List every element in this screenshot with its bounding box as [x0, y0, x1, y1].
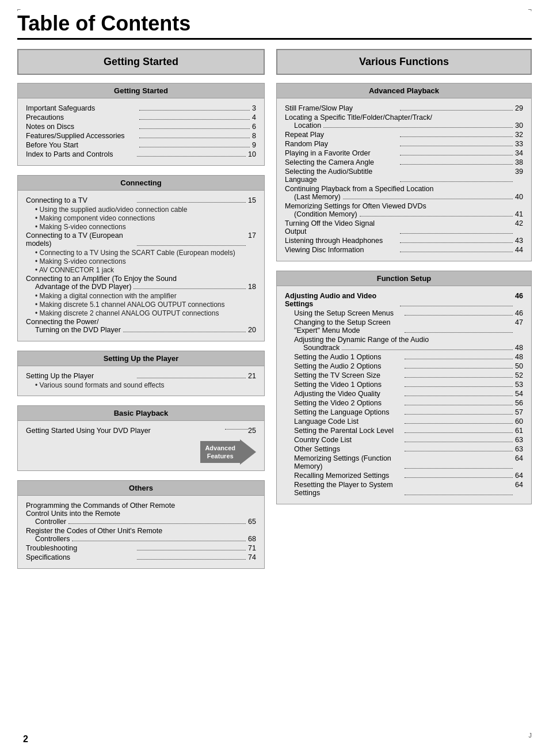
toc-sub-entry: Making discrete 5.1 channel ANALOG OUTPU… [26, 301, 256, 309]
toc-entry: Memorizing Settings (Function Memory)64 [285, 454, 523, 470]
toc-entry: Selecting the Camera Angle38 [285, 158, 523, 166]
toc-entry: Connecting to an Amplifier (To Enjoy the… [26, 275, 256, 291]
section-getting-started-content: Important Safeguards3 Precautions4 Notes… [18, 98, 264, 165]
section-function-setup-content: Adjusting Audio and Video Settings46 Usi… [277, 286, 531, 504]
advanced-features-arrow: AdvancedFeatures [26, 439, 256, 465]
section-advanced-playback: Advanced Playback Still Frame/Slow Play2… [276, 83, 532, 261]
corner-tl: ⌐ [17, 6, 21, 13]
toc-entry: Setting the TV Screen Size52 [285, 371, 523, 379]
corner-tr: ¬ [528, 6, 532, 13]
section-setting-up: Setting Up the Player Setting Up the Pla… [17, 351, 265, 396]
toc-entry: Viewing Disc Information44 [285, 246, 523, 254]
toc-entry: Setting the Language Options57 [285, 408, 523, 416]
toc-entry: Recalling Memorized Settings64 [285, 472, 523, 480]
toc-entry: Getting Started Using Your DVD Player [26, 427, 223, 435]
toc-entry: Setting the Parental Lock Level61 [285, 427, 523, 435]
toc-entry: Memorizing Settings for Often Viewed DVD… [285, 202, 523, 218]
toc-entry: Using the Setup Screen Menus46 [285, 309, 523, 317]
toc-sub-entry: AV CONNECTOR 1 jack [26, 266, 256, 274]
toc-entry: Before You Start9 [26, 141, 256, 149]
toc-entry: Features/Supplied Accessories8 [26, 132, 256, 140]
right-big-header: Various Functions [276, 49, 532, 75]
toc-entry: Specifications74 [26, 553, 256, 561]
section-function-setup-header: Function Setup [277, 271, 531, 286]
toc-entry: Index to Parts and Controls10 [26, 150, 256, 158]
section-others-header: Others [18, 481, 264, 496]
left-column: Getting Started Getting Started Importan… [17, 49, 265, 578]
toc-sub-entry: Connecting to a TV Using the SCART Cable… [26, 249, 256, 257]
toc-entry: Important Safeguards3 [26, 104, 256, 112]
toc-sub-entry: Using the supplied audio/video connectio… [26, 206, 256, 214]
left-big-header: Getting Started [17, 49, 265, 75]
toc-entry: Turning Off the Video Signal Output42 [285, 219, 523, 235]
toc-entry: Setting the Audio 1 Options48 [285, 353, 523, 361]
section-function-setup: Function Setup Adjusting Audio and Video… [276, 271, 532, 504]
section-setting-up-header: Setting Up the Player [18, 351, 264, 366]
toc-entry: Troubleshooting71 [26, 544, 256, 552]
toc-entry: Adjusting Audio and Video Settings46 [285, 292, 523, 308]
toc-entry: Locating a Specific Title/Folder/Chapter… [285, 113, 523, 130]
toc-entry: Setting the Video 2 Options56 [285, 399, 523, 407]
section-advanced-playback-content: Still Frame/Slow Play29 Locating a Speci… [277, 98, 531, 261]
section-others-content: Programming the Commands of Other Remote… [18, 496, 264, 568]
toc-entry: Still Frame/Slow Play29 [285, 104, 523, 112]
toc-entry: Repeat Play32 [285, 131, 523, 139]
toc-entry: Connecting to a TV (European models)17 [26, 231, 256, 248]
toc-entry: Setting Up the Player21 [26, 372, 256, 380]
toc-entry: Changing to the Setup Screen "Expert" Me… [285, 318, 523, 335]
toc-sub-entry: Making a digital connection with the amp… [26, 292, 256, 300]
toc-entry: Programming the Commands of Other Remote… [26, 502, 256, 526]
toc-entry: Language Code List60 [285, 417, 523, 426]
toc-entry: Random Play33 [285, 140, 523, 148]
section-connecting-content: Connecting to a TV15 Using the supplied … [18, 191, 264, 341]
toc-sub-entry: Making component video connections [26, 214, 256, 222]
section-getting-started-header: Getting Started [18, 83, 264, 98]
section-others: Others Programming the Commands of Other… [17, 480, 265, 569]
toc-entry: Adjusting the Video Quality54 [285, 390, 523, 398]
toc-entry: Continuing Playback from a Specified Loc… [285, 185, 523, 201]
right-column: Various Functions Advanced Playback Stil… [276, 49, 532, 578]
main-content: Getting Started Getting Started Importan… [17, 49, 532, 578]
section-advanced-playback-header: Advanced Playback [277, 83, 531, 98]
toc-entry: Precautions4 [26, 113, 256, 121]
page-title: Table of Contents [17, 12, 532, 40]
section-setting-up-content: Setting Up the Player21 Various sound fo… [18, 366, 264, 396]
arrow-label: AdvancedFeatures [200, 441, 240, 464]
toc-entry: Setting the Video 1 Options53 [285, 381, 523, 389]
corner-br: J [529, 732, 532, 739]
toc-entry: Listening through Headphones43 [285, 237, 523, 245]
toc-entry: Country Code List63 [285, 436, 523, 444]
section-connecting-header: Connecting [18, 176, 264, 191]
toc-entry: Register the Codes of Other Unit's Remot… [26, 527, 256, 543]
toc-entry: Notes on Discs6 [26, 123, 256, 131]
section-basic-playback-header: Basic Playback [18, 406, 264, 421]
section-basic-playback-content: Getting Started Using Your DVD Player 25… [18, 421, 264, 470]
toc-entry: Playing in a Favorite Order34 [285, 149, 523, 157]
toc-sub-entry: Various sound formats and sound effects [26, 381, 256, 389]
toc-sub-entry: Making S-video connections [26, 257, 256, 265]
toc-entry: Connecting the Power/ Turning on the DVD… [26, 318, 256, 334]
toc-entry: Selecting the Audio/Subtitle Language39 [285, 168, 523, 184]
toc-entry: Other Settings63 [285, 445, 523, 453]
section-getting-started: Getting Started Important Safeguards3 Pr… [17, 83, 265, 166]
toc-entry: Connecting to a TV15 [26, 196, 256, 204]
page-number: 2 [23, 734, 28, 744]
arrow-shape [240, 439, 256, 465]
toc-entry: Setting the Audio 2 Options50 [285, 362, 523, 370]
toc-entry: Adjusting the Dynamic Range of the Audio… [285, 336, 523, 352]
section-basic-playback: Basic Playback Getting Started Using You… [17, 405, 265, 471]
toc-entry: Resetting the Player to System Settings6… [285, 481, 523, 497]
toc-sub-entry: Making discrete 2 channel ANALOG OUTPUT … [26, 309, 256, 317]
section-connecting: Connecting Connecting to a TV15 Using th… [17, 175, 265, 341]
